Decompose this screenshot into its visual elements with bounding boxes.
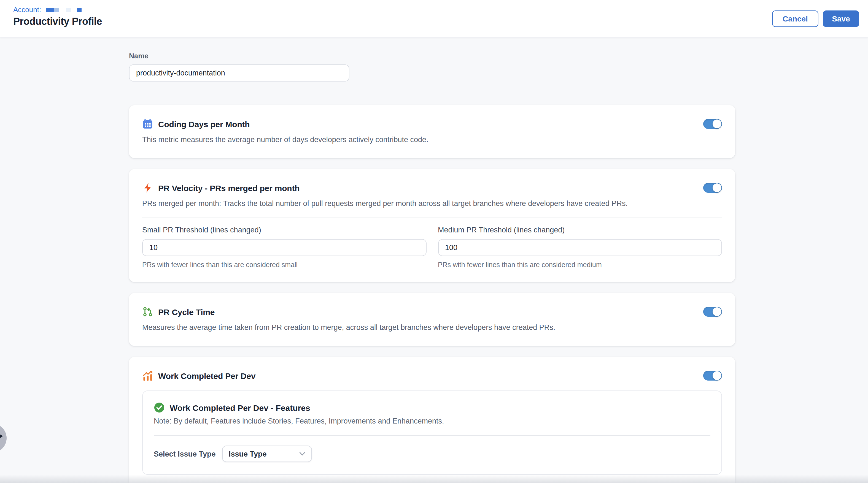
- account-name-redacted: [54, 8, 59, 12]
- subsection-note: Note: By default, Features include Stori…: [154, 417, 710, 425]
- lightning-icon: [142, 182, 153, 193]
- card-description: Measures the average time taken from PR …: [142, 323, 722, 333]
- git-pull-request-icon: [142, 306, 153, 317]
- coding-days-toggle[interactable]: [703, 119, 722, 129]
- issue-type-select[interactable]: Issue Type: [222, 446, 312, 462]
- account-name-redacted: [77, 8, 81, 12]
- save-button[interactable]: Save: [823, 10, 859, 27]
- small-pr-threshold-label: Small PR Threshold (lines changed): [142, 226, 426, 234]
- card-description: PRs merged per month: Tracks the total n…: [142, 199, 722, 209]
- productivity-profile-page: Account: Productivity Profile Cancel Sav…: [0, 0, 868, 483]
- card-work-completed-per-dev: Work Completed Per Dev Work Completed Pe…: [129, 357, 735, 483]
- toggle-knob: [713, 371, 721, 380]
- cancel-button[interactable]: Cancel: [772, 10, 818, 27]
- small-pr-threshold-helper: PRs with fewer lines than this are consi…: [142, 261, 426, 269]
- select-issue-type-label: Select Issue Type: [154, 450, 222, 458]
- divider: [154, 435, 710, 436]
- chart-increasing-icon: [142, 370, 153, 381]
- small-pr-threshold-input[interactable]: [142, 239, 426, 256]
- toggle-knob: [713, 120, 721, 128]
- card-title: Coding Days per Month: [158, 119, 250, 129]
- medium-pr-threshold-group: Medium PR Threshold (lines changed) PRs …: [438, 226, 722, 269]
- medium-pr-threshold-helper: PRs with fewer lines than this are consi…: [438, 261, 722, 269]
- medium-pr-threshold-label: Medium PR Threshold (lines changed): [438, 226, 722, 234]
- card-coding-days-per-month: Coding Days per Month This metric measur…: [129, 105, 735, 158]
- breadcrumb: Account:: [13, 5, 81, 14]
- triangle-right-icon: [0, 433, 3, 440]
- card-title: PR Velocity - PRs merged per month: [158, 183, 300, 192]
- divider: [142, 218, 722, 218]
- small-pr-threshold-group: Small PR Threshold (lines changed) PRs w…: [142, 226, 426, 269]
- issue-type-select-value: Issue Type: [229, 450, 267, 458]
- subsection-title: Work Completed Per Dev - Features: [170, 403, 310, 412]
- medium-pr-threshold-input[interactable]: [438, 239, 722, 256]
- work-completed-features-section: Work Completed Per Dev - Features Note: …: [142, 390, 722, 475]
- work-completed-toggle[interactable]: [703, 371, 722, 381]
- page-title: Productivity Profile: [13, 16, 102, 28]
- card-title: PR Cycle Time: [158, 307, 215, 316]
- profile-name-input[interactable]: [129, 64, 349, 82]
- card-pr-cycle-time: PR Cycle Time Measures the average time …: [129, 293, 735, 346]
- header: Account: Productivity Profile Cancel Sav…: [0, 0, 868, 37]
- name-label: Name: [129, 52, 735, 60]
- main-content: Name: [0, 37, 735, 483]
- check-circle-icon: [154, 402, 165, 413]
- account-link[interactable]: Account:: [13, 5, 41, 14]
- header-actions: Cancel Save: [772, 10, 859, 27]
- chevron-down-icon: [299, 452, 305, 456]
- pr-cycle-time-toggle[interactable]: [703, 307, 722, 317]
- card-description: This metric measures the average number …: [142, 135, 722, 145]
- card-pr-velocity: PR Velocity - PRs merged per month PRs m…: [129, 169, 735, 282]
- card-title: Work Completed Per Dev: [158, 371, 256, 380]
- toggle-knob: [713, 307, 721, 316]
- calendar-icon: [142, 119, 153, 129]
- toggle-knob: [713, 183, 721, 192]
- pr-velocity-toggle[interactable]: [703, 183, 722, 193]
- account-name-redacted: [66, 8, 71, 12]
- account-name-redacted: [45, 8, 54, 12]
